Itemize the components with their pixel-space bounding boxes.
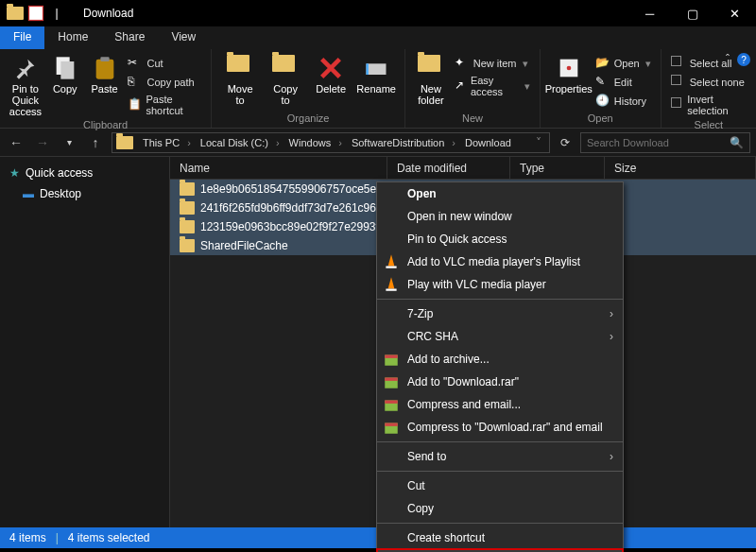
paste-shortcut-button[interactable]: 📋Paste shortcut <box>124 93 205 117</box>
ctx-compress-download-email[interactable]: Compress to "Download.rar" and email <box>377 416 623 439</box>
tab-home[interactable]: Home <box>44 26 101 49</box>
ctx-send-to[interactable]: Send to› <box>377 445 623 468</box>
column-date[interactable]: Date modified <box>387 157 510 179</box>
svg-rect-9 <box>386 267 396 268</box>
paste-button[interactable]: Paste <box>85 51 125 95</box>
ctx-crc-sha[interactable]: CRC SHA› <box>377 325 623 348</box>
crumb-softwaredistribution[interactable]: SoftwareDistribution <box>348 137 459 148</box>
column-headers: Name Date modified Type Size <box>170 157 756 180</box>
status-item-count: 4 items <box>9 531 46 544</box>
crumb-windows[interactable]: Windows <box>285 137 346 148</box>
collapse-ribbon-icon[interactable]: ˆ <box>726 53 730 66</box>
sidebar-item-desktop[interactable]: ▬ Desktop <box>0 183 169 204</box>
open-button[interactable]: 📂Open▾ <box>592 55 655 72</box>
move-to-button[interactable]: Move to <box>217 51 263 106</box>
search-input[interactable] <box>587 137 730 148</box>
tab-view[interactable]: View <box>158 26 209 49</box>
navigation-pane: ★ Quick access ▬ Desktop <box>0 157 170 527</box>
group-label: Clipboard <box>83 117 128 132</box>
title-bar: | Download ─ ▢ ✕ <box>0 0 756 26</box>
up-button[interactable]: ↑ <box>85 135 106 150</box>
winrar-icon <box>383 396 400 413</box>
column-type[interactable]: Type <box>510 157 605 179</box>
properties-button[interactable]: Properties <box>546 51 592 95</box>
easy-access-icon: ↗ <box>455 78 467 94</box>
edit-icon: ✎ <box>595 75 610 90</box>
pin-quick-access-button[interactable]: Pin to Quick access <box>6 51 45 117</box>
crumb-download[interactable]: Download <box>461 137 523 148</box>
history-button[interactable]: 🕘History <box>592 93 655 110</box>
properties-icon[interactable] <box>26 4 45 23</box>
svg-rect-18 <box>385 423 398 426</box>
svg-rect-12 <box>385 355 398 358</box>
ctx-create-shortcut[interactable]: Create shortcut <box>377 526 623 549</box>
folder-icon <box>180 201 195 215</box>
sidebar-item-quick-access[interactable]: ★ Quick access <box>0 163 169 183</box>
path-icon: ⎘ <box>128 75 143 90</box>
delete-button[interactable]: Delete <box>308 51 353 95</box>
desktop-icon: ▬ <box>23 187 34 200</box>
ctx-add-archive[interactable]: Add to archive... <box>377 348 623 371</box>
ctx-add-download-rar[interactable]: Add to "Download.rar" <box>377 371 623 393</box>
select-all-icon <box>671 56 686 71</box>
recent-dropdown[interactable]: ▾ <box>59 137 79 147</box>
ribbon-group-open: Properties 📂Open▾ ✎Edit 🕘History Open <box>541 49 662 128</box>
column-name[interactable]: Name <box>170 157 387 179</box>
copyto-icon <box>272 55 299 81</box>
back-button[interactable]: ← <box>6 135 26 150</box>
new-item-button[interactable]: ✦New item▾ <box>451 55 534 72</box>
context-menu: Open Open in new window Pin to Quick acc… <box>376 181 624 552</box>
tab-file[interactable]: File <box>0 26 44 49</box>
ctx-cut[interactable]: Cut <box>377 474 623 497</box>
maximize-button[interactable]: ▢ <box>671 0 713 26</box>
ribbon-group-organize: Move to Copy to Delete Rename Organize <box>212 49 405 128</box>
forward-button[interactable]: → <box>32 135 53 150</box>
search-box[interactable]: 🔍 <box>580 132 750 153</box>
svg-point-8 <box>566 66 571 71</box>
address-dropdown-icon[interactable]: ˅ <box>536 136 545 149</box>
svg-rect-5 <box>367 63 387 75</box>
ctx-open-new-window[interactable]: Open in new window <box>377 205 623 228</box>
folder-icon[interactable] <box>6 4 25 23</box>
svg-rect-4 <box>100 57 109 61</box>
refresh-button[interactable]: ⟳ <box>556 136 575 149</box>
help-icon[interactable]: ? <box>737 53 750 66</box>
breadcrumb[interactable]: This PC Local Disk (C:) Windows Software… <box>112 132 550 153</box>
ctx-pin-quick-access[interactable]: Pin to Quick access <box>377 228 623 250</box>
ctx-vlc-playlist[interactable]: Add to VLC media player's Playlist <box>377 250 623 273</box>
pin-icon <box>12 55 39 81</box>
svg-rect-6 <box>367 63 369 75</box>
ribbon-group-clipboard: Pin to Quick access Copy Paste ✂Cut ⎘Cop… <box>0 49 212 128</box>
minimize-button[interactable]: ─ <box>628 0 671 26</box>
select-none-button[interactable]: Select none <box>667 74 750 91</box>
crumb-this-pc[interactable]: This PC <box>139 137 195 148</box>
vlc-icon <box>383 253 400 270</box>
edit-button[interactable]: ✎Edit <box>592 74 655 91</box>
tab-share[interactable]: Share <box>101 26 158 49</box>
ctx-7zip[interactable]: 7-Zip› <box>377 302 623 325</box>
column-size[interactable]: Size <box>605 157 756 179</box>
copy-button[interactable]: Copy <box>45 51 85 95</box>
delete-x-icon <box>318 55 344 81</box>
close-button[interactable]: ✕ <box>713 0 756 26</box>
ctx-compress-email[interactable]: Compress and email... <box>377 393 623 416</box>
cut-button[interactable]: ✂Cut <box>124 55 205 72</box>
ctx-vlc-play[interactable]: Play with VLC media player <box>377 273 623 296</box>
address-bar: ← → ▾ ↑ This PC Local Disk (C:) Windows … <box>0 129 756 157</box>
copy-path-button[interactable]: ⎘Copy path <box>124 74 205 91</box>
easy-access-button[interactable]: ↗Easy access▾ <box>451 74 534 98</box>
winrar-icon <box>383 351 400 368</box>
location-icon <box>116 136 133 149</box>
svg-rect-10 <box>386 289 396 291</box>
ctx-open[interactable]: Open <box>377 182 623 205</box>
properties-gear-icon <box>556 55 582 81</box>
copy-to-button[interactable]: Copy to <box>263 51 308 106</box>
rename-button[interactable]: Rename <box>353 51 399 95</box>
winrar-icon <box>383 419 400 436</box>
ribbon-group-new: New folder ✦New item▾ ↗Easy access▾ New <box>405 49 541 128</box>
invert-selection-button[interactable]: Invert selection <box>667 93 750 117</box>
crumb-local-disk[interactable]: Local Disk (C:) <box>197 137 284 148</box>
ctx-copy[interactable]: Copy <box>377 497 623 520</box>
open-icon: 📂 <box>595 56 610 71</box>
new-folder-button[interactable]: New folder <box>411 51 451 106</box>
